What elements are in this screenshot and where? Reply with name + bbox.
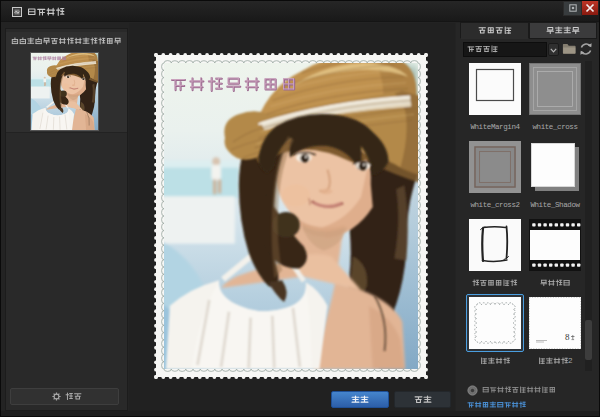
svg-text:8: 8 [565, 332, 570, 342]
